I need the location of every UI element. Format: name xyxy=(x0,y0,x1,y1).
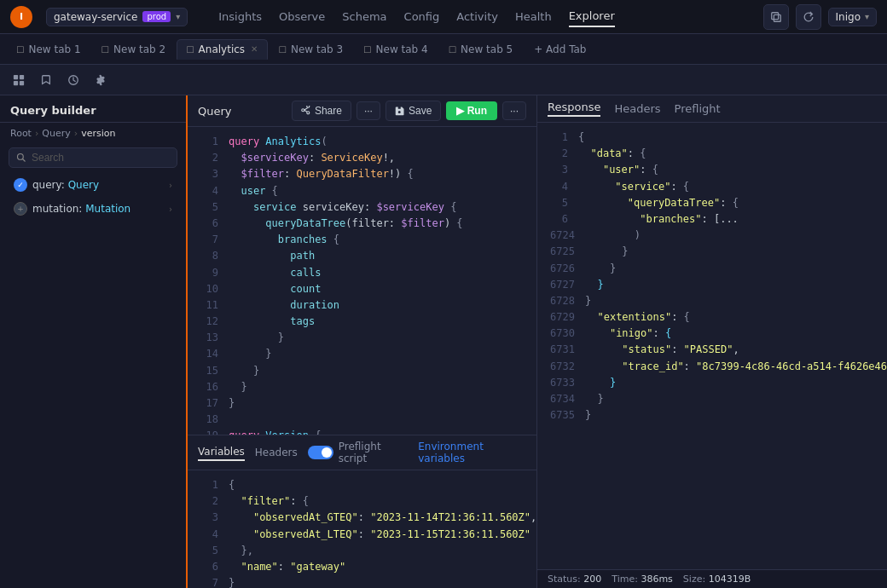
status-code: 200 xyxy=(583,574,601,585)
tab-page-icon: □ xyxy=(363,44,371,54)
logo[interactable]: I xyxy=(10,6,32,28)
code-line: 1{ xyxy=(188,477,536,493)
tab-preflight[interactable]: Preflight script xyxy=(339,439,409,466)
nav-schema[interactable]: Schema xyxy=(342,7,386,26)
tab-env-variables[interactable]: Environment variables xyxy=(418,441,526,464)
refresh-icon-btn[interactable] xyxy=(796,4,821,30)
tab-close-icon[interactable]: ✕ xyxy=(251,44,258,54)
code-line: 2 "data": { xyxy=(537,146,887,162)
response-size: 104319B xyxy=(709,574,751,585)
code-line: 6733 } xyxy=(537,375,887,391)
top-nav: I gateway-service prod ▾ Insights Observ… xyxy=(0,0,887,34)
user-menu[interactable]: Inigo ▾ xyxy=(828,8,877,26)
code-line: 5 }, xyxy=(188,543,536,559)
save-button[interactable]: Save xyxy=(386,101,441,121)
share-icon xyxy=(301,106,311,116)
response-time: 386ms xyxy=(641,574,672,585)
code-line: 18 xyxy=(188,412,536,428)
code-line: 13 } xyxy=(188,330,536,346)
response-viewer: 1{ 2 "data": { 3 "user": { 4 "service": … xyxy=(537,123,887,569)
code-line: 6735} xyxy=(537,407,887,424)
tab-response-preflight[interactable]: Preflight xyxy=(675,102,721,115)
tab-page-icon: □ xyxy=(16,44,24,54)
run-button[interactable]: ▶ Run xyxy=(446,101,497,120)
copy-icon-btn[interactable] xyxy=(763,4,789,30)
tab-page-icon: □ xyxy=(101,44,109,54)
mutation-type-icon: + xyxy=(14,202,27,216)
more-button[interactable]: ··· xyxy=(357,101,380,120)
nav-insights[interactable]: Insights xyxy=(218,7,262,26)
secondary-toolbar xyxy=(0,65,887,95)
tab-4[interactable]: □ New tab 4 xyxy=(354,39,438,60)
svg-rect-3 xyxy=(20,74,24,78)
code-line: 5 service serviceKey: $serviceKey { xyxy=(188,199,536,216)
tab-2[interactable]: □ Analytics ✕ xyxy=(177,39,267,60)
code-line: 6724 ) xyxy=(537,228,887,244)
tab-response-headers[interactable]: Headers xyxy=(614,102,660,115)
code-line: 7 branches { xyxy=(188,232,536,248)
explorer-icon-btn[interactable] xyxy=(7,68,31,92)
sidebar-item-mutation[interactable]: + mutation: Mutation › xyxy=(3,197,183,221)
status-label: Status: 200 xyxy=(548,574,601,585)
env-badge: prod xyxy=(142,11,171,22)
settings-icon-btn[interactable] xyxy=(89,68,113,92)
code-line: 6727 } xyxy=(537,277,887,293)
code-line: 2 "filter": { xyxy=(188,493,536,510)
code-line: 9 calls xyxy=(188,265,536,281)
tab-variables[interactable]: Variables xyxy=(198,444,245,461)
code-line: 6732 "trace_id": "8c7399-4c86-46cd-a514-… xyxy=(537,359,887,375)
add-tab-button[interactable]: + Add Tab xyxy=(527,40,593,59)
share-button[interactable]: Share xyxy=(292,101,351,121)
variables-editor[interactable]: 1{ 2 "filter": { 3 "observedAt_GTEQ": "2… xyxy=(188,470,536,588)
nav-observe[interactable]: Observe xyxy=(279,7,325,26)
main-content: Query builder Root › Query › version ✓ q… xyxy=(0,95,887,588)
nav-explorer[interactable]: Explorer xyxy=(569,6,615,27)
svg-rect-5 xyxy=(20,80,24,84)
tab-label: Analytics xyxy=(199,43,246,55)
code-line: 6734 } xyxy=(537,391,887,407)
code-line: 3 "user": { xyxy=(537,162,887,178)
code-line: 4 user { xyxy=(188,183,536,199)
tab-1[interactable]: □ New tab 2 xyxy=(92,39,176,60)
nav-right: Inigo ▾ xyxy=(763,4,877,30)
nav-activity[interactable]: Activity xyxy=(456,7,498,26)
search-input[interactable] xyxy=(32,152,170,164)
tab-3[interactable]: □ New tab 3 xyxy=(270,39,353,60)
query-panel-header: Query Share ··· Save ▶ Run ··· xyxy=(188,95,536,127)
code-line: 10 count xyxy=(188,281,536,297)
response-tabs: Response Headers Preflight xyxy=(537,95,887,123)
bookmark-icon-btn[interactable] xyxy=(34,68,58,92)
tab-5[interactable]: □ New tab 5 xyxy=(439,39,523,60)
variables-panel: Variables Headers Preflight script Envir… xyxy=(188,435,536,588)
run-more-button[interactable]: ··· xyxy=(502,101,526,120)
preflight-toggle[interactable] xyxy=(308,446,333,459)
breadcrumb-root[interactable]: Root xyxy=(10,128,32,139)
size-label: Size: 104319B xyxy=(683,574,751,585)
item-chevron-icon: › xyxy=(169,181,172,190)
query-editor[interactable]: 1query Analytics( 2 $serviceKey: Service… xyxy=(188,127,536,435)
nav-config[interactable]: Config xyxy=(404,7,440,26)
nav-health[interactable]: Health xyxy=(515,7,552,26)
search-box xyxy=(9,147,177,168)
code-line: 17} xyxy=(188,395,536,412)
svg-rect-4 xyxy=(14,80,18,84)
code-line: 6731 "status": "PASSED", xyxy=(537,342,887,358)
clock-icon-btn[interactable] xyxy=(61,68,85,92)
code-line: 8 path xyxy=(188,248,536,264)
tab-page-icon: □ xyxy=(449,44,456,54)
tab-response[interactable]: Response xyxy=(548,101,600,117)
code-line: 6 "branches": [... xyxy=(537,211,887,228)
tab-label: New tab 5 xyxy=(461,43,513,55)
svg-rect-1 xyxy=(771,12,778,19)
sidebar-item-query[interactable]: ✓ query: Query › xyxy=(3,173,183,197)
code-line: 15 } xyxy=(188,363,536,379)
item-chevron-icon: › xyxy=(169,205,172,214)
tab-headers[interactable]: Headers xyxy=(255,445,298,460)
nav-links: Insights Observe Schema Config Activity … xyxy=(218,6,749,27)
breadcrumb-query[interactable]: Query xyxy=(42,128,70,139)
service-selector[interactable]: gateway-service prod ▾ xyxy=(46,8,188,26)
query-panel-title: Query xyxy=(198,105,232,118)
code-line: 14 } xyxy=(188,346,536,362)
tab-0[interactable]: □ New tab 1 xyxy=(7,39,90,60)
sidebar-item-query-label: query: Query xyxy=(32,179,169,191)
